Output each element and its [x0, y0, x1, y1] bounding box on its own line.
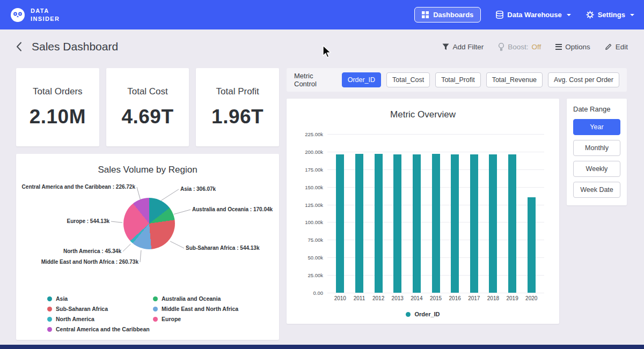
- chevron-down-icon: [630, 14, 634, 16]
- brand-logo[interactable]: DATA INSIDER: [10, 7, 60, 23]
- metric-button-total-revenue[interactable]: Total_Revenue: [486, 72, 543, 87]
- options-label: Options: [565, 43, 590, 51]
- bar-chart-title: Metric Overview: [296, 109, 550, 120]
- legend-item-central-america-and-the-caribbean: Central America and the Caribbean: [47, 326, 153, 332]
- x-axis-labels: 2010201120122013201420152016201720182019…: [327, 295, 544, 301]
- legend-item-sub-saharan-africa: Sub-Saharan Africa: [47, 306, 153, 312]
- add-filter-button[interactable]: Add Filter: [442, 43, 484, 51]
- bar[interactable]: [393, 154, 401, 293]
- kpi-label: Total Orders: [33, 86, 83, 97]
- data-warehouse-nav[interactable]: Data Warehouse: [496, 11, 570, 19]
- legend-item-asia: Asia: [47, 295, 153, 302]
- bar[interactable]: [413, 154, 421, 293]
- dashboards-nav-button[interactable]: Dashboards: [414, 7, 481, 23]
- pie-slice-label-middle-east-and-north-africa: Middle East and North Africa : 260.73k: [41, 259, 138, 265]
- y-axis-tick: 125.00k: [297, 202, 323, 208]
- legend-label: Europe: [162, 316, 181, 322]
- bar-column-2017: [464, 134, 484, 293]
- bar[interactable]: [470, 154, 478, 293]
- y-axis-tick: 200.00k: [297, 149, 323, 155]
- metric-control-bar: Metric Control Order_IDTotal_CostTotal_P…: [287, 68, 627, 92]
- x-axis-label: 2019: [503, 295, 522, 301]
- kpi-value: 2.10M: [30, 106, 86, 128]
- bar-column-2020: [522, 134, 541, 293]
- kpi-card-total-profit: Total Profit1.96T: [196, 68, 279, 146]
- right-column: Metric Control Order_IDTotal_CostTotal_P…: [287, 68, 627, 324]
- boost-balloon-icon: [498, 43, 504, 51]
- y-axis-tick: 25.00k: [297, 272, 323, 278]
- kpi-value: 4.69T: [121, 106, 173, 128]
- kpi-row: Total Orders2.10MTotal Cost4.69TTotal Pr…: [16, 68, 279, 146]
- y-axis-tick: 100.00k: [297, 219, 323, 225]
- bar-column-2016: [445, 134, 465, 293]
- y-axis-tick: 50.00k: [297, 255, 323, 261]
- date-range-button-year[interactable]: Year: [573, 119, 620, 135]
- pie-legend: AsiaAustralia and OceaniaSub-Saharan Afr…: [47, 295, 270, 332]
- left-column: Total Orders2.10MTotal Cost4.69TTotal Pr…: [16, 68, 279, 340]
- metric-button-avg-cost-per-order[interactable]: Avg. Cost per Order: [548, 72, 619, 87]
- date-range-buttons-group: YearMonthlyWeeklyWeek Date: [573, 119, 620, 198]
- dashboard-content: Total Orders2.10MTotal Cost4.69TTotal Pr…: [0, 64, 644, 340]
- kpi-card-total-cost: Total Cost4.69T: [106, 68, 189, 146]
- kpi-label: Total Cost: [127, 86, 168, 97]
- bar-chart-legend: Order_ID: [296, 311, 550, 317]
- bar[interactable]: [451, 154, 459, 293]
- pie-chart-area: Asia : 306.07kAustralia and Oceania : 17…: [25, 180, 270, 293]
- metric-overview-card: Metric Overview 225.00k200.00k175.00k150…: [287, 99, 559, 324]
- date-range-button-weekly[interactable]: Weekly: [573, 161, 620, 177]
- bar-column-2014: [407, 134, 427, 293]
- kpi-value: 1.96T: [211, 106, 264, 128]
- x-axis-label: 2020: [522, 295, 541, 301]
- bar-column-2012: [369, 134, 388, 293]
- bar[interactable]: [336, 154, 344, 293]
- pencil-icon: [605, 43, 612, 50]
- boost-toggle[interactable]: Boost: Off: [498, 43, 541, 51]
- x-axis-label: 2017: [464, 295, 484, 301]
- chart-row: Metric Overview 225.00k200.00k175.00k150…: [287, 99, 627, 324]
- chevron-left-icon: [16, 42, 22, 51]
- bar[interactable]: [432, 154, 440, 293]
- pie-chart[interactable]: [123, 198, 175, 249]
- data-warehouse-label: Data Warehouse: [507, 11, 561, 19]
- settings-nav[interactable]: Settings: [586, 11, 634, 19]
- metric-button-order-id[interactable]: Order_ID: [342, 72, 381, 87]
- bottom-accent-strip: [0, 345, 644, 349]
- date-range-button-week-date[interactable]: Week Date: [573, 182, 620, 198]
- legend-item-europe: Europe: [153, 316, 270, 322]
- metric-control-label: Metric Control: [294, 72, 334, 88]
- y-axis-tick: 175.00k: [297, 167, 323, 173]
- legend-series-label: Order_ID: [414, 311, 440, 317]
- dashboard-header: Sales Dashboard Add Filter Boost: Off Op…: [0, 29, 644, 64]
- bar[interactable]: [355, 154, 363, 293]
- pie-slice-label-europe: Europe : 544.13k: [67, 218, 109, 224]
- legend-label: North America: [56, 316, 94, 322]
- x-axis-label: 2010: [331, 295, 350, 301]
- y-axis-tick: 0.00: [297, 290, 323, 296]
- page-title: Sales Dashboard: [32, 40, 118, 53]
- legend-dot: [47, 327, 52, 332]
- metric-buttons-group: Order_IDTotal_CostTotal_ProfitTotal_Reve…: [342, 72, 619, 87]
- options-button[interactable]: Options: [555, 43, 590, 51]
- back-button[interactable]: [16, 42, 22, 51]
- dashboards-label: Dashboards: [433, 11, 473, 19]
- legend-label: Australia and Oceania: [162, 295, 221, 302]
- top-nav-menu: Dashboards Data Warehouse Settings: [414, 7, 634, 23]
- legend-dot: [47, 317, 52, 322]
- bar[interactable]: [528, 197, 536, 293]
- bar-chart-plot: 225.00k200.00k175.00k150.00k125.00k100.0…: [327, 134, 544, 293]
- bars-container: [327, 134, 544, 293]
- x-axis-label: 2011: [350, 295, 369, 301]
- metric-button-total-profit[interactable]: Total_Profit: [435, 72, 481, 87]
- bar[interactable]: [508, 154, 516, 293]
- boost-value: Off: [531, 43, 541, 51]
- x-axis-label: 2016: [445, 295, 465, 301]
- date-range-button-monthly[interactable]: Monthly: [573, 140, 620, 156]
- bar-column-2011: [350, 134, 369, 293]
- date-range-title: Date Range: [573, 105, 620, 113]
- metric-button-total-cost[interactable]: Total_Cost: [386, 72, 430, 87]
- bar-column-2015: [426, 134, 445, 293]
- bar[interactable]: [489, 154, 497, 293]
- bar[interactable]: [375, 154, 383, 293]
- legend-label: Central America and the Caribbean: [56, 326, 150, 332]
- edit-button[interactable]: Edit: [605, 43, 628, 51]
